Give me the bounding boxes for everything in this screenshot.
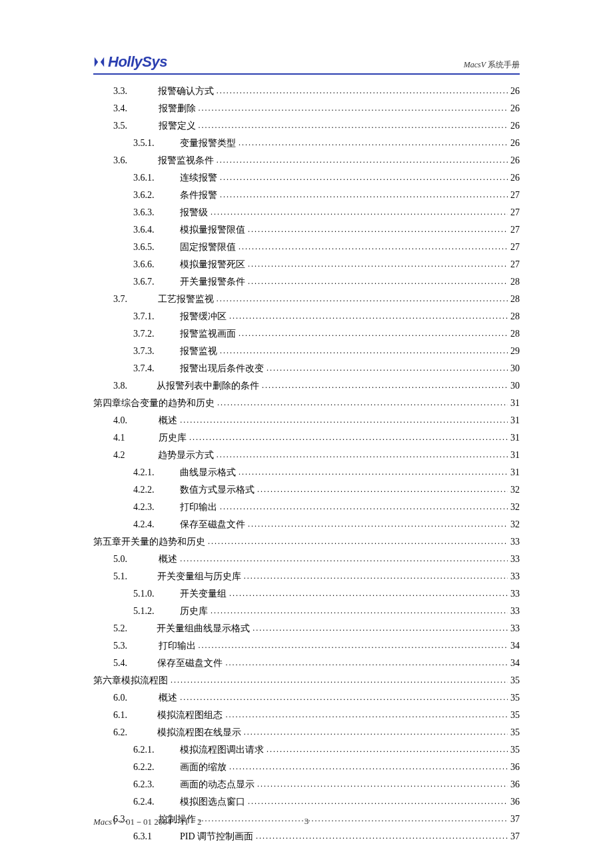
toc-page: 32 bbox=[508, 499, 520, 515]
toc-leader bbox=[239, 325, 508, 342]
toc-entry: 3.6.1.连续报警26 bbox=[93, 169, 520, 187]
toc-title: 模拟流程图在线显示 bbox=[157, 724, 241, 741]
toc-title: 画面的动态点显示 bbox=[180, 776, 255, 793]
toc-title: 模拟流程图 bbox=[121, 672, 168, 689]
toc-leader bbox=[199, 637, 508, 654]
toc-entry: 3.6.3.报警级27 bbox=[93, 204, 520, 221]
toc-page: 30 bbox=[508, 377, 520, 394]
toc-entry: 3.7.1.报警缓冲区28 bbox=[93, 308, 520, 325]
toc-number: 6.2.1. bbox=[133, 741, 180, 758]
toc-title: 模拟流程图组态 bbox=[157, 707, 223, 723]
toc-leader bbox=[256, 828, 508, 845]
toc-entry: 5.1.开关变量组与历史库33 bbox=[93, 568, 520, 585]
toc-number: 第五章 bbox=[93, 533, 121, 550]
toc-entry: 3.7.4.报警出现后条件改变30 bbox=[93, 360, 520, 377]
toc-entry: 6.1.模拟流程图组态35 bbox=[93, 707, 520, 724]
toc-page: 34 bbox=[508, 637, 520, 654]
toc-leader bbox=[225, 707, 508, 723]
toc-title: 报警出现后条件改变 bbox=[180, 360, 264, 377]
toc-page: 27 bbox=[508, 256, 520, 273]
toc-leader bbox=[267, 741, 508, 758]
toc-entry: 6.2.3.画面的动态点显示36 bbox=[93, 776, 520, 793]
toc-entry: 第五章 开关量的趋势和历史33 bbox=[93, 533, 520, 551]
toc-title: 工艺报警监视 bbox=[158, 291, 214, 307]
toc-leader bbox=[257, 776, 508, 793]
toc-entry: 3.6.4.模拟量报警限值27 bbox=[93, 221, 520, 239]
toc-leader bbox=[220, 499, 508, 515]
toc-number: 3.6.1. bbox=[133, 169, 180, 186]
toc-entry: 3.6.报警监视条件26 bbox=[93, 152, 520, 169]
toc-number: 5.2. bbox=[113, 620, 150, 637]
toc-title: 报警监视 bbox=[180, 343, 217, 359]
toc-leader bbox=[208, 533, 508, 550]
toc-entry: 3.7.3.报警监视29 bbox=[93, 343, 520, 360]
page: HollySys MacsV 系统手册 3.3.报警确认方式263.4.报警删除… bbox=[0, 0, 613, 868]
page-number: 3 bbox=[305, 816, 309, 827]
toc-entry: 3.8.从报警列表中删除的条件30 bbox=[93, 377, 520, 395]
toc-leader bbox=[262, 377, 508, 394]
toc-page: 31 bbox=[508, 429, 520, 446]
toc-page: 36 bbox=[508, 759, 520, 775]
toc-title: 报警级 bbox=[180, 204, 208, 221]
toc-page: 28 bbox=[508, 325, 520, 342]
toc-leader bbox=[253, 620, 508, 637]
toc-leader bbox=[267, 360, 508, 377]
toc-entry: 4.2.4.保存至磁盘文件32 bbox=[93, 516, 520, 533]
toc-title: 模拟量报警死区 bbox=[180, 256, 245, 273]
toc-entry: 5.1.0.开关变量组33 bbox=[93, 585, 520, 603]
toc-leader bbox=[217, 395, 508, 411]
toc-number: 3.7.1. bbox=[133, 308, 180, 325]
toc-entry: 3.4.报警删除26 bbox=[93, 100, 520, 117]
toc-title: 固定报警限值 bbox=[180, 239, 236, 255]
toc-leader bbox=[220, 187, 508, 203]
toc-page: 32 bbox=[508, 481, 520, 498]
toc-leader bbox=[199, 117, 508, 134]
toc-entry: 5.1.2.历史库33 bbox=[93, 603, 520, 620]
toc-entry: 3.6.2.条件报警27 bbox=[93, 187, 520, 204]
toc-leader bbox=[217, 291, 508, 307]
toc-page: 36 bbox=[508, 776, 520, 793]
toc-page: 27 bbox=[508, 187, 520, 203]
toc-title: 模拟量报警限值 bbox=[180, 221, 245, 238]
toc-number: 5.1.2. bbox=[133, 603, 180, 619]
toc-number: 3.6. bbox=[113, 152, 150, 169]
toc-title: 历史库 bbox=[159, 429, 187, 446]
toc-number: 3.7.2. bbox=[133, 325, 180, 342]
toc-number: 5.1.0. bbox=[133, 585, 180, 602]
toc-page: 26 bbox=[508, 135, 520, 151]
toc-leader bbox=[189, 429, 508, 446]
toc-page: 26 bbox=[508, 152, 520, 169]
toc-number: 3.6.7. bbox=[133, 273, 180, 290]
toc-page: 34 bbox=[508, 655, 520, 671]
toc-leader bbox=[248, 256, 508, 273]
toc-page: 26 bbox=[508, 83, 520, 99]
toc-page: 29 bbox=[508, 343, 520, 359]
toc-number: 3.4. bbox=[113, 100, 150, 117]
logo: HollySys bbox=[93, 53, 167, 71]
toc-title: 开关变量组与历史库 bbox=[157, 568, 241, 585]
toc-title: 打印输出 bbox=[159, 637, 196, 654]
toc-title: 概述 bbox=[159, 689, 177, 706]
toc-number: 4.1 bbox=[113, 429, 150, 446]
toc-page: 28 bbox=[508, 273, 520, 290]
toc-leader bbox=[239, 135, 508, 151]
toc-page: 26 bbox=[508, 100, 520, 117]
toc-title: 开关变量组 bbox=[180, 585, 227, 602]
toc-page: 28 bbox=[508, 308, 520, 325]
toc-number: 4.2.3. bbox=[133, 499, 180, 515]
toc-leader bbox=[220, 343, 508, 359]
toc-leader bbox=[248, 793, 508, 810]
toc-page: 35 bbox=[508, 672, 520, 689]
toc-page: 26 bbox=[508, 117, 520, 134]
toc-title: 概述 bbox=[159, 551, 177, 567]
toc-title: 开关量组曲线显示格式 bbox=[157, 620, 250, 637]
toc-title: 报警删除 bbox=[159, 100, 196, 117]
toc-entry: 3.6.5.固定报警限值27 bbox=[93, 239, 520, 256]
toc-number: 5.3. bbox=[113, 637, 150, 654]
toc-leader bbox=[225, 655, 508, 671]
toc-title: 保存至磁盘文件 bbox=[157, 655, 223, 671]
page-header: HollySys MacsV 系统手册 bbox=[93, 53, 520, 75]
toc-number: 3.5. bbox=[113, 117, 150, 134]
toc-entry: 3.7.工艺报警监视28 bbox=[93, 291, 520, 308]
toc-title: 历史库 bbox=[180, 603, 208, 619]
